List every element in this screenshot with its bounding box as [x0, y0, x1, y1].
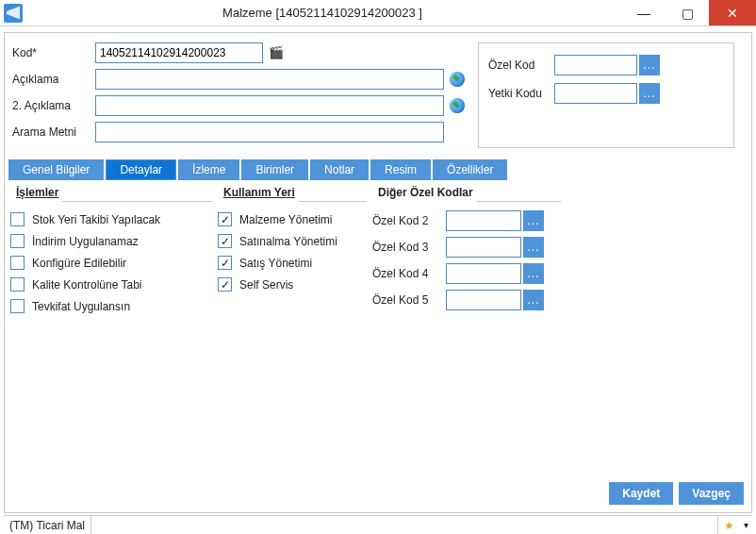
label-aciklama: Açıklama [12, 73, 95, 86]
header-area: Kod* Açıklama 2. Açıklama Arama Metni [5, 33, 751, 152]
tab-resim[interactable]: Resim [370, 159, 431, 180]
tab-ozellikler[interactable]: Özellikler [433, 159, 507, 180]
group-kullanim: Kullanım Yeri Malzeme Yönetimi Satınalma… [218, 186, 367, 321]
group-kullanim-title: Kullanım Yeri [220, 186, 299, 199]
label-aciklama2: 2. Açıklama [12, 99, 95, 112]
chk-label: Stok Yeri Takibi Yapılacak [32, 213, 160, 226]
tab-birimler[interactable]: Birimler [241, 159, 308, 180]
tab-genel-bilgiler[interactable]: Genel Bilgiler [8, 159, 104, 180]
star-icon[interactable]: ★ [718, 519, 740, 532]
header-left: Kod* Açıklama 2. Açıklama Arama Metni [12, 42, 467, 148]
ozel-kod-lookup-button[interactable]: ... [639, 55, 660, 75]
ozel-kod-5-input[interactable] [446, 290, 521, 310]
checkbox-icon [10, 256, 25, 270]
clapboard-icon[interactable] [269, 45, 284, 60]
status-bar: (TM) Ticari Mal ★ ▾ [4, 515, 752, 534]
globe-icon[interactable] [450, 72, 465, 87]
status-spacer [91, 516, 718, 534]
chk-self-servis[interactable]: Self Servis [218, 277, 367, 292]
tab-izleme[interactable]: İzleme [178, 159, 239, 180]
work-area: Kod* Açıklama 2. Açıklama Arama Metni [0, 26, 756, 534]
label-yetki-kodu: Yetki Kodu [488, 87, 554, 100]
arama-input[interactable] [95, 122, 444, 142]
titlebar: Malzeme [14052114102914200023 ] — ▢ ✕ [0, 0, 756, 26]
ozel-kod-4-row: Özel Kod 4 ... [372, 263, 561, 284]
ozel-kod-2-lookup-button[interactable]: ... [523, 210, 544, 231]
yetki-kodu-input[interactable] [554, 83, 637, 104]
ozel-kod-2-row: Özel Kod 2 ... [372, 210, 561, 231]
group-diger-title: Diğer Özel Kodlar [374, 186, 477, 199]
group-diger-ozel-kodlar: Diğer Özel Kodlar Özel Kod 2 ... Özel Ko… [372, 186, 561, 321]
maximize-button[interactable]: ▢ [666, 0, 709, 25]
ozel-kod-4-input[interactable] [446, 263, 521, 284]
chk-label: Konfigüre Edilebilir [32, 257, 126, 270]
actions: Kaydet Vazgeç [609, 482, 744, 505]
checkbox-icon [10, 234, 25, 248]
cancel-button[interactable]: Vazgeç [679, 482, 744, 505]
chk-label: İndirim Uygulanamaz [32, 235, 139, 248]
ozel-kod-5-lookup-button[interactable]: ... [523, 290, 544, 310]
checkbox-icon [218, 256, 232, 270]
group-islemler-title: İşlemler [12, 186, 62, 199]
checkbox-icon [10, 277, 25, 292]
chk-kalite[interactable]: Kalite Kontrolüne Tabi [10, 277, 212, 292]
chk-tevkifat[interactable]: Tevkifat Uygulansın [10, 299, 212, 313]
aciklama-input[interactable] [95, 69, 444, 90]
label-ozel-kod: Özel Kod [488, 58, 554, 72]
chk-indirim[interactable]: İndirim Uygulanamaz [10, 234, 212, 248]
label-ozel-kod-3: Özel Kod 3 [372, 241, 446, 254]
ozel-kod-3-lookup-button[interactable]: ... [523, 237, 544, 258]
main-card: Kod* Açıklama 2. Açıklama Arama Metni [4, 32, 752, 513]
ozel-kod-5-row: Özel Kod 5 ... [372, 290, 561, 310]
tabs: Genel Bilgiler Detaylar İzleme Birimler … [8, 159, 751, 180]
globe-icon-2[interactable] [450, 98, 465, 113]
close-button[interactable]: ✕ [709, 0, 756, 25]
chk-malzeme-yonetimi[interactable]: Malzeme Yönetimi [218, 212, 367, 226]
yetki-kodu-lookup-button[interactable]: ... [639, 83, 660, 104]
checkbox-icon [10, 299, 25, 313]
dropdown-icon[interactable]: ▾ [740, 520, 752, 530]
detail-body: İşlemler Stok Yeri Takibi Yapılacak İndi… [5, 180, 751, 321]
ozel-kod-2-input[interactable] [446, 210, 521, 231]
chk-satis-yonetimi[interactable]: Satış Yönetimi [218, 256, 367, 270]
side-panel: Özel Kod ... Yetki Kodu ... [478, 42, 734, 148]
checkbox-icon [218, 212, 232, 226]
chk-label: Tevkifat Uygulansın [32, 300, 130, 313]
ozel-kod-input[interactable] [554, 55, 637, 75]
chk-label: Satış Yönetimi [239, 257, 312, 270]
checkbox-icon [218, 277, 232, 292]
app-icon [4, 4, 23, 23]
window-buttons: — ▢ ✕ [622, 0, 756, 25]
chk-label: Satınalma Yönetimi [239, 235, 337, 248]
ozel-kod-3-row: Özel Kod 3 ... [372, 237, 561, 258]
label-ozel-kod-2: Özel Kod 2 [372, 214, 446, 227]
group-islemler: İşlemler Stok Yeri Takibi Yapılacak İndi… [10, 186, 212, 321]
label-kod: Kod* [12, 46, 95, 59]
ozel-kod-4-lookup-button[interactable]: ... [523, 263, 544, 284]
minimize-button[interactable]: — [622, 0, 666, 25]
ozel-kod-3-input[interactable] [446, 237, 521, 258]
window-title: Malzeme [14052114102914200023 ] [23, 6, 622, 20]
label-ozel-kod-5: Özel Kod 5 [372, 293, 446, 307]
status-text: (TM) Ticari Mal [4, 516, 91, 534]
tab-notlar[interactable]: Notlar [310, 159, 369, 180]
checkbox-icon [10, 212, 25, 226]
chk-label: Self Servis [239, 278, 293, 292]
kod-input[interactable] [95, 42, 263, 63]
chk-stok-yeri[interactable]: Stok Yeri Takibi Yapılacak [10, 212, 212, 226]
checkbox-icon [218, 234, 232, 248]
label-ozel-kod-4: Özel Kod 4 [372, 267, 446, 280]
tab-detaylar[interactable]: Detaylar [106, 159, 176, 180]
label-arama: Arama Metni [12, 125, 95, 139]
chk-label: Kalite Kontrolüne Tabi [32, 278, 142, 292]
chk-konfigure[interactable]: Konfigüre Edilebilir [10, 256, 212, 270]
aciklama2-input[interactable] [95, 95, 444, 116]
save-button[interactable]: Kaydet [609, 482, 673, 505]
chk-satinalma-yonetimi[interactable]: Satınalma Yönetimi [218, 234, 367, 248]
chk-label: Malzeme Yönetimi [239, 213, 332, 226]
